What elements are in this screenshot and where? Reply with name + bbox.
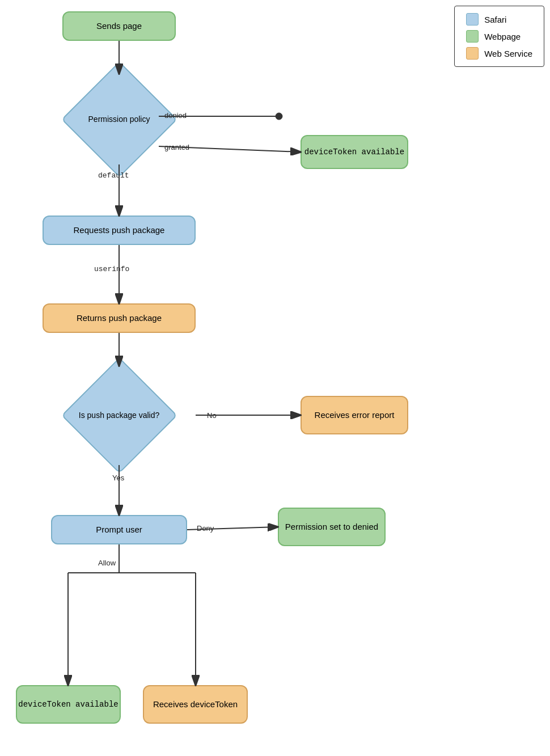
no-label: No [207,411,217,420]
denied-label: denied [164,111,187,120]
requests-push-node: Requests push package [43,216,196,245]
legend-color-webservice [466,47,479,60]
allow-label: Allow [98,559,116,567]
granted-label: granted [164,143,189,151]
legend-label-safari: Safari [484,15,506,24]
receives-device-token-node: Receives deviceToken [143,685,248,724]
legend-item-safari: Safari [466,13,532,26]
deny-label: Deny [197,524,214,533]
receives-error-node: Receives error report [301,396,408,434]
device-token-top-label: deviceToken available [304,147,404,157]
default-label: default [98,171,129,180]
permission-policy-label: Permission policy [88,114,150,124]
legend-label-webpage: Webpage [484,32,521,41]
prompt-user-node: Prompt user [51,515,187,544]
legend-color-webpage [466,30,479,43]
returns-push-node: Returns push package [43,303,196,333]
sends-page-node: Sends page [62,11,176,41]
svg-point-3 [276,113,282,120]
device-token-bottom-label: deviceToken available [18,699,118,709]
yes-label: Yes [112,474,124,482]
is-push-valid-label: Is push package valid? [79,410,159,420]
legend-item-webpage: Webpage [466,30,532,43]
userinfo-label: userinfo [94,265,129,273]
permission-denied-label: Permission set to denied [285,521,378,533]
diagram-container: Safari Webpage Web Service Sends page Pe… [0,0,550,756]
device-token-top-node: deviceToken available [301,135,408,169]
receives-error-label: Receives error report [315,409,395,421]
permission-denied-node: Permission set to denied [278,508,386,546]
is-push-valid-wrap: Is push package valid? [43,366,196,465]
prompt-user-label: Prompt user [96,524,142,535]
legend-item-webservice: Web Service [466,47,532,60]
requests-push-label: Requests push package [74,225,165,236]
legend-label-webservice: Web Service [484,49,532,58]
legend-color-safari [466,13,479,26]
device-token-bottom-node: deviceToken available [16,685,121,724]
legend: Safari Webpage Web Service [454,6,544,67]
sends-page-label: Sends page [96,20,142,32]
receives-device-token-label: Receives deviceToken [153,699,238,710]
returns-push-label: Returns push package [77,312,162,324]
